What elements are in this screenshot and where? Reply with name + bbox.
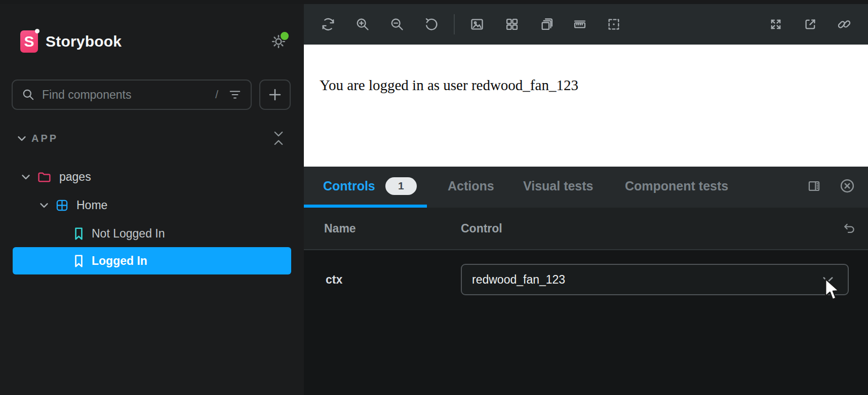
ctx-select-value: redwood_fan_123 — [472, 273, 565, 287]
tree-item-label: Home — [76, 199, 107, 212]
zoom-reset-button[interactable] — [420, 13, 442, 35]
open-external-button[interactable] — [799, 13, 821, 35]
brand-name: Storybook — [46, 33, 122, 50]
fullscreen-button[interactable] — [765, 13, 787, 35]
search-shortcut: / — [215, 88, 221, 101]
copy-link-icon — [837, 17, 851, 31]
bookmark-icon — [74, 254, 84, 268]
plus-icon — [267, 87, 283, 102]
storybook-logo[interactable]: S — [20, 30, 38, 53]
addon-orientation-icon — [807, 179, 821, 193]
zoom-in-button[interactable] — [351, 13, 374, 35]
tab-component-tests[interactable]: Component tests — [622, 167, 731, 205]
viewport-button[interactable] — [536, 13, 558, 35]
controls-count-badge: 1 — [385, 177, 417, 195]
collapse-all-button[interactable] — [272, 130, 285, 146]
zoom-in-icon — [356, 17, 370, 31]
tab-controls[interactable]: Controls 1 — [320, 167, 420, 205]
search-input[interactable]: Find components / — [12, 80, 252, 110]
sidebar-item-not-logged-in[interactable]: Not Logged In — [0, 220, 304, 247]
tree-item-label: Logged In — [92, 254, 147, 268]
notification-dot — [280, 31, 290, 41]
chevron-down-icon[interactable] — [21, 173, 30, 180]
zoom-out-button[interactable] — [386, 13, 408, 35]
column-header-control: Control — [461, 208, 502, 249]
chevron-down-icon — [17, 135, 26, 142]
tree-item-label: pages — [59, 170, 91, 184]
logo-letter: S — [24, 33, 34, 50]
story-canvas: You are logged in as user redwood_fan_12… — [304, 45, 868, 167]
grid-button[interactable] — [501, 13, 523, 35]
canvas-toolbar — [304, 4, 868, 45]
sidebar-item-logged-in[interactable]: Logged In — [13, 247, 291, 274]
tree-item-label: Not Logged In — [92, 227, 165, 241]
search-placeholder: Find components — [42, 88, 131, 102]
backgrounds-icon — [470, 17, 484, 31]
measure-button[interactable] — [569, 13, 591, 35]
outline-button[interactable] — [603, 13, 625, 35]
storybook-app: S Storybook Find components — [0, 0, 868, 395]
tab-label: Component tests — [625, 179, 728, 193]
outline-icon — [607, 17, 621, 31]
sidebar: S Storybook Find components — [0, 0, 304, 395]
brand-row: S Storybook — [20, 28, 290, 55]
sidebar-section-app[interactable]: APP — [17, 130, 285, 147]
window-top-edge — [0, 0, 868, 4]
bookmark-icon — [74, 227, 84, 241]
column-header-name: Name — [324, 208, 356, 249]
section-label: APP — [31, 133, 58, 144]
tab-actions[interactable]: Actions — [445, 167, 497, 205]
remount-icon — [321, 17, 335, 31]
addons-panel: Controls 1 Actions Visual tests Componen… — [304, 167, 868, 395]
preview-area: You are logged in as user redwood_fan_12… — [304, 4, 868, 395]
create-story-button[interactable] — [259, 80, 291, 110]
arg-name-ctx: ctx — [326, 249, 342, 310]
zoom-reset-icon — [424, 17, 438, 31]
close-circle-icon — [840, 178, 855, 193]
grid-icon — [505, 17, 519, 31]
table-row: ctx redwood_fan_123 — [304, 249, 868, 310]
toolbar-divider — [454, 14, 455, 34]
copy-link-button[interactable] — [833, 13, 855, 35]
tab-label: Controls — [323, 179, 375, 193]
undo-icon — [842, 222, 855, 235]
tab-visual-tests[interactable]: Visual tests — [520, 167, 597, 205]
component-icon — [56, 199, 68, 212]
panel-tabbar: Controls 1 Actions Visual tests Componen… — [304, 167, 868, 208]
collapse-all-icon — [272, 130, 285, 146]
close-panel-button[interactable] — [836, 175, 858, 197]
fullscreen-icon — [769, 17, 783, 31]
controls-table-header: Name Control — [304, 208, 868, 250]
folder-icon — [37, 171, 51, 183]
open-external-icon — [803, 17, 817, 31]
filter-icon[interactable] — [228, 88, 242, 101]
zoom-out-icon — [390, 17, 404, 31]
sidebar-item-home[interactable]: Home — [0, 191, 304, 219]
chevron-down-icon[interactable] — [40, 202, 49, 209]
search-icon — [22, 88, 35, 101]
sidebar-item-pages[interactable]: pages — [0, 163, 304, 190]
measure-icon — [573, 17, 587, 31]
settings-menu-button[interactable] — [267, 30, 290, 53]
tab-label: Actions — [448, 179, 494, 193]
viewport-icon — [540, 17, 554, 31]
tab-label: Visual tests — [523, 179, 594, 193]
ctx-select[interactable]: redwood_fan_123 — [461, 264, 849, 295]
backgrounds-button[interactable] — [466, 13, 488, 35]
remount-button[interactable] — [317, 13, 339, 35]
chevron-down-icon — [822, 276, 834, 283]
reset-controls-button[interactable] — [837, 217, 859, 240]
story-output-text: You are logged in as user redwood_fan_12… — [320, 77, 578, 94]
panel-orientation-button[interactable] — [803, 175, 825, 197]
